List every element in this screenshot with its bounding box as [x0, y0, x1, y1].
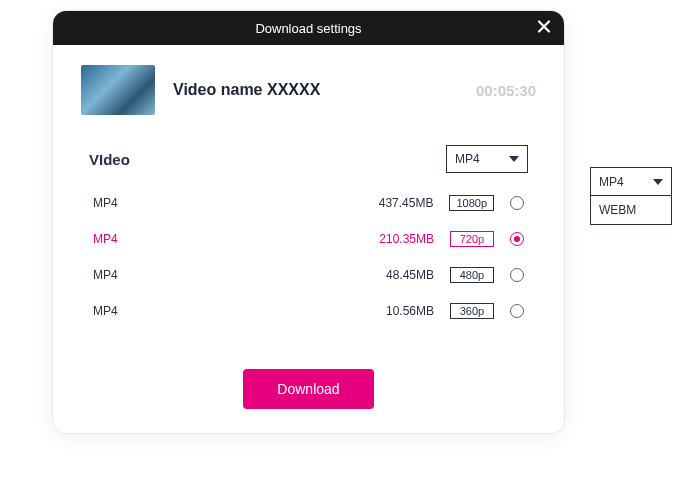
option-radio[interactable]	[510, 196, 524, 210]
quality-option-row[interactable]: MP4 10.56MB 360p	[81, 293, 536, 329]
option-radio[interactable]	[510, 232, 524, 246]
format-dropdown-option-label: WEBM	[599, 203, 636, 217]
format-dropdown-option[interactable]: WEBM	[591, 196, 671, 224]
format-dropdown-selected[interactable]: MP4	[591, 168, 671, 196]
video-duration: 00:05:30	[476, 82, 536, 99]
option-format: MP4	[93, 232, 363, 246]
section-label: VIdeo	[89, 151, 130, 168]
option-format: MP4	[93, 304, 370, 318]
video-title: Video name XXXXX	[173, 81, 458, 99]
video-header: Video name XXXXX 00:05:30	[81, 65, 536, 115]
modal-body: Video name XXXXX 00:05:30 VIdeo MP4 MP4 …	[53, 45, 564, 433]
option-size: 437.45MB	[379, 196, 434, 210]
quality-option-row[interactable]: MP4 210.35MB 720p	[81, 221, 536, 257]
chevron-down-icon	[509, 156, 519, 162]
quality-option-row[interactable]: MP4 437.45MB 1080p	[81, 185, 536, 221]
format-select-value: MP4	[455, 152, 480, 166]
modal-title: Download settings	[255, 21, 361, 36]
chevron-down-icon	[653, 179, 663, 185]
option-size: 10.56MB	[386, 304, 434, 318]
modal-header: Download settings	[53, 11, 564, 45]
option-size: 210.35MB	[379, 232, 434, 246]
resolution-badge: 480p	[450, 267, 494, 283]
download-button[interactable]: Download	[243, 369, 373, 409]
format-dropdown-value: MP4	[599, 175, 624, 189]
option-radio[interactable]	[510, 304, 524, 318]
quality-option-row[interactable]: MP4 48.45MB 480p	[81, 257, 536, 293]
modal-footer: Download	[81, 369, 536, 409]
download-settings-modal: Download settings Video name XXXXX 00:05…	[52, 10, 565, 434]
option-format: MP4	[93, 268, 370, 282]
option-radio[interactable]	[510, 268, 524, 282]
resolution-badge: 360p	[450, 303, 494, 319]
resolution-badge: 1080p	[449, 195, 494, 211]
option-format: MP4	[93, 196, 363, 210]
video-thumbnail	[81, 65, 155, 115]
option-size: 48.45MB	[386, 268, 434, 282]
resolution-badge: 720p	[450, 231, 494, 247]
close-icon[interactable]	[536, 19, 552, 38]
video-section-header: VIdeo MP4	[81, 145, 536, 173]
format-dropdown-open: MP4 WEBM	[590, 167, 672, 225]
format-select[interactable]: MP4	[446, 145, 528, 173]
